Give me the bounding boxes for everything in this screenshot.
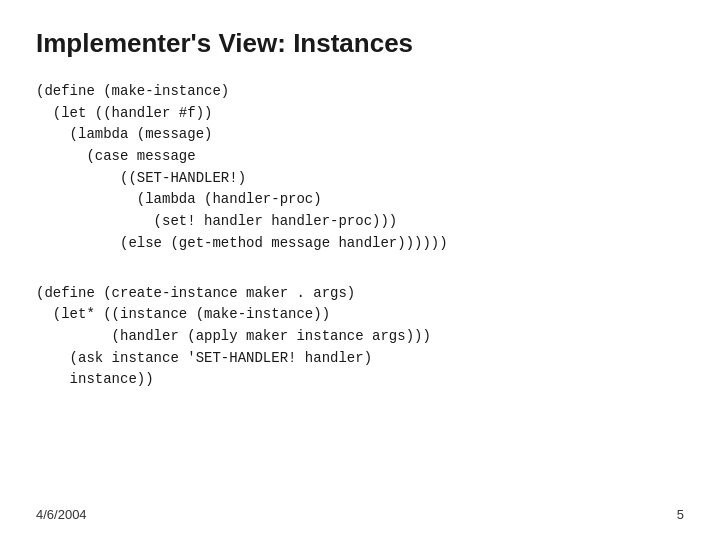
footer-date: 4/6/2004 bbox=[36, 507, 87, 522]
page-container: Implementer's View: Instances (define (m… bbox=[0, 0, 720, 540]
footer: 4/6/2004 5 bbox=[36, 507, 684, 522]
code-section-1: (define (make-instance) (let ((handler #… bbox=[36, 81, 684, 255]
footer-page: 5 bbox=[677, 507, 684, 522]
code-section-2: (define (create-instance maker . args) (… bbox=[36, 283, 684, 391]
page-title: Implementer's View: Instances bbox=[36, 28, 684, 59]
